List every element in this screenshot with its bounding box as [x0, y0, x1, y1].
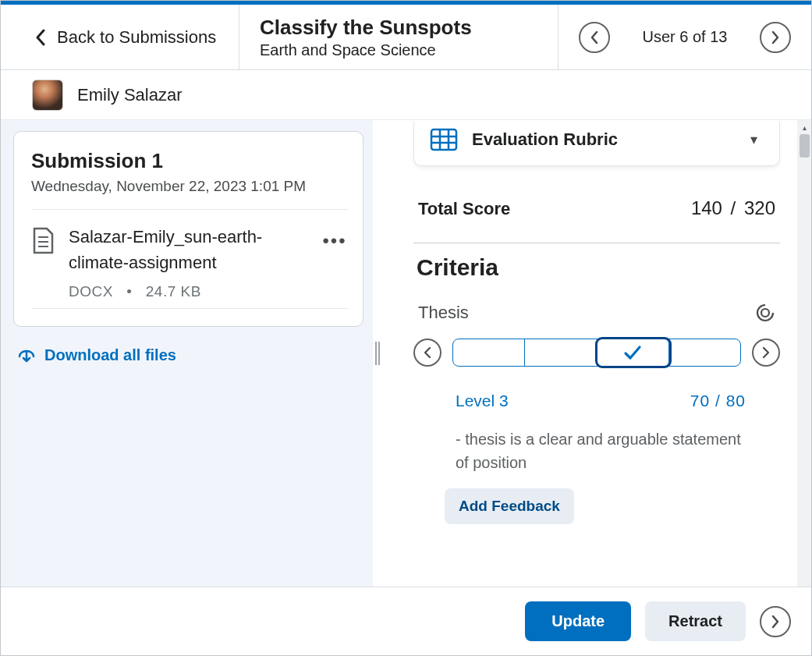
student-row: Emily Salazar — [1, 70, 811, 120]
user-pager-label: User 6 of 13 — [643, 28, 728, 46]
download-icon — [16, 346, 37, 364]
rubric-header[interactable]: Evaluation Rubric ▾ — [413, 122, 780, 166]
total-score-label: Total Score — [418, 199, 510, 219]
splitter[interactable] — [373, 120, 382, 587]
document-icon — [31, 227, 55, 255]
chevron-left-icon — [589, 30, 600, 45]
prev-user-button[interactable] — [579, 22, 610, 53]
level-selector-row — [413, 339, 780, 367]
chevron-right-icon — [770, 614, 781, 629]
level-segment-2[interactable] — [525, 339, 597, 366]
retract-button[interactable]: Retract — [645, 601, 746, 641]
level-segment-3[interactable] — [597, 339, 669, 366]
file-info[interactable]: Salazar-Emily_sun-earth-climate-assignme… — [69, 224, 321, 300]
svg-rect-3 — [431, 129, 456, 150]
submission-timestamp: Wednesday, November 22, 2023 1:01 PM — [31, 178, 349, 195]
level-segment-1[interactable] — [453, 339, 525, 366]
back-to-submissions[interactable]: Back to Submissions — [1, 5, 239, 69]
right-pane: Evaluation Rubric ▾ Total Score 140 / 32… — [382, 120, 811, 587]
main-split: Submission 1 Wednesday, November 22, 202… — [1, 120, 811, 587]
user-pager: User 6 of 13 — [558, 5, 811, 69]
assignment-title: Classify the Sunspots — [260, 16, 558, 40]
footer: Update Retract — [1, 587, 811, 655]
rubric-header-label: Evaluation Rubric — [472, 129, 618, 150]
file-meta: DOCX • 24.7 KB — [69, 283, 321, 300]
update-button[interactable]: Update — [525, 601, 631, 641]
scroll-up-icon: ▴ — [797, 120, 811, 134]
chevron-right-icon — [770, 30, 781, 45]
outcome-icon[interactable] — [755, 303, 775, 323]
splitter-handle-icon — [375, 342, 380, 365]
level-track — [452, 339, 741, 367]
total-score-value: 140 / 320 — [691, 197, 775, 219]
score-max: 320 — [744, 197, 775, 218]
rubric-grid-icon — [430, 128, 458, 151]
student-name[interactable]: Emily Salazar — [77, 85, 182, 105]
file-row: Salazar-Emily_sun-earth-climate-assignme… — [31, 213, 349, 308]
divider — [31, 308, 349, 309]
criterion-description: - thesis is a clear and arguable stateme… — [413, 427, 780, 474]
svg-point-9 — [761, 309, 769, 317]
score-separator: / — [725, 197, 741, 218]
file-size: 24.7 KB — [146, 283, 201, 300]
score-earned: 140 — [691, 197, 722, 218]
file-actions-menu[interactable]: ••• — [321, 224, 349, 252]
divider — [31, 209, 349, 210]
chevron-left-icon — [35, 29, 46, 46]
divider — [413, 243, 780, 243]
avatar[interactable] — [32, 80, 63, 111]
file-type: DOCX — [69, 283, 113, 300]
level-prev-button[interactable] — [413, 339, 441, 367]
level-score-sep: / — [710, 392, 726, 410]
submission-card: Submission 1 Wednesday, November 22, 202… — [13, 131, 363, 327]
selected-level-score: 70 / 80 — [690, 392, 746, 410]
level-next-button[interactable] — [752, 339, 780, 367]
scroll-thumb[interactable] — [800, 134, 810, 158]
selected-level-name: Level 3 — [456, 392, 509, 410]
bullet: • — [126, 283, 132, 300]
criteria-heading: Criteria — [413, 254, 780, 281]
chevron-right-icon — [761, 346, 771, 359]
assignment-title-area: Classify the Sunspots Earth and Space Sc… — [239, 5, 558, 69]
file-name: Salazar-Emily_sun-earth-climate-assignme… — [69, 224, 321, 275]
back-label: Back to Submissions — [57, 27, 216, 48]
chevron-down-icon: ▾ — [750, 131, 757, 148]
submission-title: Submission 1 — [31, 149, 349, 173]
scrollbar[interactable]: ▴ — [797, 120, 811, 587]
total-score-row: Total Score 140 / 320 — [413, 197, 780, 219]
criterion-name-row: Thesis — [413, 303, 780, 323]
criterion-name: Thesis — [418, 303, 469, 323]
footer-next-button[interactable] — [760, 606, 791, 637]
level-details: Level 3 70 / 80 — [413, 392, 780, 410]
level-segment-4[interactable] — [669, 339, 740, 366]
download-label: Download all files — [44, 346, 176, 364]
next-user-button[interactable] — [760, 22, 791, 53]
left-pane: Submission 1 Wednesday, November 22, 202… — [1, 120, 373, 587]
header-row: Back to Submissions Classify the Sunspot… — [1, 5, 811, 70]
chevron-left-icon — [423, 346, 432, 359]
check-icon — [623, 345, 642, 360]
course-name: Earth and Space Science — [260, 41, 558, 59]
level-score-earned: 70 — [690, 392, 710, 410]
add-feedback-button[interactable]: Add Feedback — [445, 488, 574, 524]
download-all-files[interactable]: Download all files — [16, 346, 363, 364]
level-score-max: 80 — [726, 392, 746, 410]
